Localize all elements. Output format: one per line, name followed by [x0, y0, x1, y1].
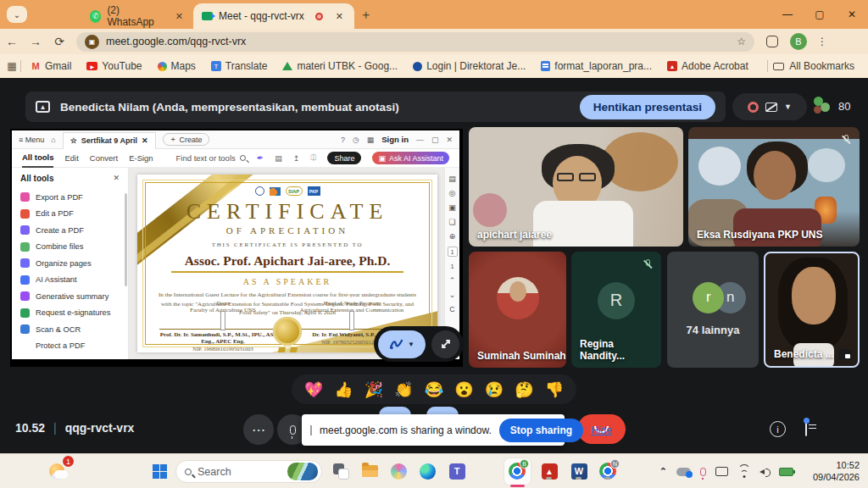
reaction-cry[interactable]: 😢	[485, 380, 504, 399]
page-number-box[interactable]: 1	[448, 247, 458, 257]
chrome-profile-b-button[interactable]: B	[507, 461, 527, 481]
notifications-icon[interactable]: ◷	[353, 136, 359, 144]
close-tab-icon[interactable]: ✕	[336, 11, 343, 22]
tool-edit-pdf[interactable]: Edit a PDF	[20, 206, 120, 223]
task-view-button[interactable]	[331, 461, 351, 481]
create-button[interactable]: ＋ Create	[163, 133, 209, 146]
help-icon[interactable]: ?	[341, 136, 345, 144]
new-tab-button[interactable]: ＋	[359, 7, 372, 23]
hide-link[interactable]: Hide	[591, 424, 612, 436]
copilot-button[interactable]	[388, 461, 409, 481]
extensions-icon[interactable]	[766, 36, 778, 47]
tile-others[interactable]: r n 74 lainnya	[667, 252, 759, 368]
window-minimize-button[interactable]: —	[771, 0, 804, 29]
mic-in-use-icon[interactable]	[700, 468, 706, 476]
word-button[interactable]: W	[569, 461, 589, 481]
upload-icon[interactable]: ↥	[293, 154, 300, 163]
volume-icon[interactable]	[760, 467, 770, 477]
apps-icon[interactable]: ▦	[367, 136, 375, 144]
bookmark-translate[interactable]: TTranslate	[205, 60, 274, 72]
refresh-icon[interactable]: C	[449, 305, 455, 313]
all-bookmarks-button[interactable]: All Bookmarks	[767, 60, 861, 72]
reload-button[interactable]: ⟳	[47, 35, 71, 48]
panel-scrollbar[interactable]	[125, 193, 127, 286]
reaction-thumbs-up[interactable]: 👍	[334, 380, 353, 399]
reaction-surprised[interactable]: 😮	[454, 380, 473, 399]
profile-avatar[interactable]: B	[790, 33, 807, 50]
sign-in-button[interactable]: Sign in	[381, 135, 409, 144]
taskbar-clock[interactable]: 10:52 09/04/2026	[813, 459, 860, 484]
acrobat-doc-tab[interactable]: ☆ Sertfikat 9 April ✕	[63, 132, 156, 149]
video-tile-eksa[interactable]: Eksa Rusdiyana PKP UNS	[688, 127, 860, 247]
bookmark-adobe[interactable]: ▲Adobe Acrobat	[661, 60, 754, 72]
meeting-info-button[interactable]: i	[770, 421, 786, 437]
close-tab-icon[interactable]: ✕	[175, 11, 183, 22]
home-icon[interactable]: ⌂	[51, 136, 55, 144]
bookmark-login[interactable]: Login | Direktorat Je...	[407, 60, 531, 72]
acrobat-maximize-icon[interactable]: ▢	[431, 136, 439, 144]
bookmark-maps[interactable]: Maps	[152, 60, 202, 72]
tool-protect-pdf[interactable]: Protect a PDF	[20, 338, 120, 355]
widgets-button[interactable]: 1	[47, 460, 71, 482]
tool-generative-summary[interactable]: Generative summary	[20, 288, 120, 305]
pages-panel-icon[interactable]: ❏	[448, 218, 455, 226]
tab-whatsapp[interactable]: ✆ (2) WhatsApp ✕	[81, 3, 192, 29]
bookmark-youtube[interactable]: ▶YouTube	[81, 60, 147, 72]
tool-request-esignatures[interactable]: Request e-signatures	[20, 305, 120, 322]
apps-grid-icon[interactable]: ▦	[7, 61, 17, 71]
video-tile-suminah[interactable]: Suminah Suminah	[469, 252, 566, 368]
drag-handle-icon[interactable]	[310, 425, 312, 435]
browser-menu-icon[interactable]: ⋮	[817, 36, 827, 47]
chrome-profile-n-button[interactable]: N	[598, 461, 618, 481]
tool-scan-ocr[interactable]: Scan & OCR	[20, 321, 120, 338]
file-explorer-button[interactable]	[359, 461, 380, 481]
participants-counter[interactable]: 80	[814, 97, 850, 115]
wifi-icon[interactable]	[737, 467, 750, 477]
reaction-heart[interactable]: 💖	[304, 380, 323, 399]
bookmark-drive[interactable]: materi UTBK - Goog...	[276, 60, 403, 72]
battery-icon[interactable]	[779, 468, 793, 476]
acrobat-menu-button[interactable]: ≡ Menu	[19, 136, 44, 144]
acrobat-button[interactable]: ▲	[539, 461, 559, 481]
video-tile-regina[interactable]: R Regina Nandity...	[571, 252, 661, 368]
annotation-pen-button[interactable]: ▼	[378, 330, 426, 358]
back-button[interactable]: ←	[0, 35, 24, 48]
bookmark-star-icon[interactable]: ☆	[737, 36, 746, 47]
reaction-thumbs-down[interactable]: 👎	[545, 380, 564, 399]
onedrive-icon[interactable]	[676, 468, 691, 476]
close-doc-icon[interactable]: ✕	[142, 136, 148, 145]
bookmark-panel-icon[interactable]: ▣	[448, 203, 456, 212]
nav-all-tools[interactable]: All tools	[22, 149, 53, 168]
acrobat-close-icon[interactable]: ✕	[446, 136, 453, 144]
acrobat-minimize-icon[interactable]: —	[416, 136, 424, 144]
teams-button[interactable]: T	[447, 461, 467, 481]
edge-button[interactable]	[417, 461, 437, 481]
picture-in-picture-icon[interactable]	[838, 349, 852, 360]
page-down-icon[interactable]: ⌄	[449, 291, 456, 299]
window-close-button[interactable]: ✕	[836, 0, 868, 29]
close-panel-icon[interactable]: ✕	[113, 174, 120, 183]
reaction-thinking[interactable]: 🤔	[515, 380, 533, 399]
attachments-panel-icon[interactable]: ⊕	[449, 232, 456, 241]
recording-annotation-pill[interactable]: ▼	[732, 93, 807, 120]
share-button[interactable]: Share	[327, 152, 361, 164]
nav-convert[interactable]: Convert	[90, 153, 118, 163]
chat-button[interactable]	[805, 421, 807, 436]
stop-presenting-button[interactable]: Hentikan presentasi	[580, 95, 715, 119]
url-bar[interactable]: ▣ meet.google.com/qqg-rvct-vrx ☆	[76, 32, 754, 52]
video-tile-self[interactable]: Benedicta ...	[764, 252, 860, 368]
tool-combine-files[interactable]: Combine files	[20, 239, 120, 256]
tool-organize-pages[interactable]: Organize pages	[20, 255, 120, 272]
nav-edit[interactable]: Edit	[64, 153, 78, 163]
tool-export-pdf[interactable]: Export a PDF	[20, 189, 120, 206]
signature-tool-icon[interactable]: ✒	[257, 153, 264, 163]
bookmark-format-laporan[interactable]: format_laporan_pra...	[535, 60, 658, 72]
fullscreen-button[interactable]	[431, 330, 459, 358]
tab-meet[interactable]: Meet - qqg-rvct-vrx ✕	[193, 3, 354, 29]
save-icon[interactable]: ▤	[275, 154, 282, 163]
ask-ai-button[interactable]: ▣Ask AI Assistant	[372, 152, 449, 164]
find-tools[interactable]: Find text or tools	[176, 153, 246, 163]
tool-ai-assistant[interactable]: AI Assistant	[20, 272, 120, 289]
tray-expand-icon[interactable]: ⌃	[659, 466, 667, 477]
forward-button[interactable]: →	[24, 35, 47, 48]
